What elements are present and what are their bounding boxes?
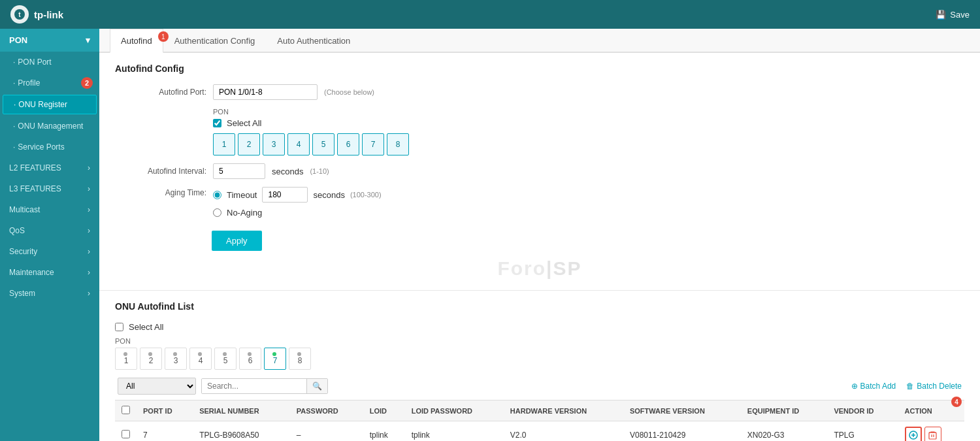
sidebar-item-service-ports[interactable]: · Service Ports bbox=[0, 137, 99, 157]
table-toolbar: All 🔍 ⊕ Batch Add 🗑 Batch Delete bbox=[115, 378, 964, 395]
logo: t tp-link bbox=[10, 5, 63, 24]
no-aging-radio[interactable] bbox=[213, 208, 221, 217]
onu-list-pon-btn-2[interactable]: 2 bbox=[140, 348, 162, 370]
pon-btn-1[interactable]: 1 bbox=[213, 133, 235, 155]
sidebar-item-system[interactable]: System › bbox=[0, 283, 99, 304]
pon-dot-2 bbox=[148, 352, 152, 356]
filter-select[interactable]: All bbox=[118, 378, 196, 395]
pon-dot-4 bbox=[198, 352, 202, 356]
no-aging-label: No-Aging bbox=[227, 208, 262, 218]
tab-autofind[interactable]: Autofind 1 bbox=[110, 29, 163, 53]
timeout-label: Timeout bbox=[227, 190, 257, 200]
table-header-checkbox[interactable] bbox=[122, 406, 130, 414]
onu-list-pon-btn-8[interactable]: 8 bbox=[289, 348, 311, 370]
onu-list-select-all-label: Select All bbox=[129, 322, 163, 332]
chevron-down-icon: ▾ bbox=[86, 35, 90, 45]
col-loid: LOID bbox=[363, 400, 405, 421]
chevron-right-icon: › bbox=[88, 247, 90, 256]
apply-button[interactable]: Apply bbox=[212, 231, 262, 251]
col-hardware-version: HARDWARE VERSION bbox=[504, 400, 623, 421]
interval-unit: seconds bbox=[272, 167, 303, 176]
no-aging-row: No-Aging bbox=[213, 208, 382, 218]
batch-add-button[interactable]: ⊕ Batch Add bbox=[851, 382, 896, 391]
table-header-row: PORT ID SERIAL NUMBER PASSWORD LOID LOID… bbox=[115, 400, 964, 421]
cell-hardware-version: V2.0 bbox=[504, 421, 623, 442]
batch-delete-button[interactable]: 🗑 Batch Delete bbox=[906, 382, 962, 391]
header: t tp-link 💾 Save bbox=[0, 0, 980, 29]
pon-btn-4[interactable]: 4 bbox=[287, 133, 310, 155]
save-button[interactable]: 💾 Save bbox=[936, 10, 970, 20]
cell-equipment-id: XN020-G3 bbox=[741, 421, 828, 442]
pon-btn-6[interactable]: 6 bbox=[337, 133, 359, 155]
timeout-radio[interactable] bbox=[213, 191, 221, 199]
onu-list-pon-btn-5[interactable]: 5 bbox=[214, 348, 237, 370]
sidebar-item-l2-features[interactable]: L2 FEATURES › bbox=[0, 157, 99, 178]
sidebar-item-multicast[interactable]: Multicast › bbox=[0, 199, 99, 220]
onu-list-pon-btn-1[interactable]: 1 bbox=[115, 348, 137, 370]
sidebar-item-profile[interactable]: · Profile 2 bbox=[0, 73, 99, 93]
onu-list-pon-btn-4[interactable]: 4 bbox=[189, 348, 212, 370]
sidebar: PON ▾ · PON Port · Profile 2 · ONU Regis… bbox=[0, 29, 99, 441]
cell-action bbox=[898, 421, 964, 442]
table-row: 7 TPLG-B9608A50 – tplink tplink V2.0 V08… bbox=[115, 421, 964, 442]
pon-btn-8[interactable]: 8 bbox=[387, 133, 409, 155]
sidebar-pon-header[interactable]: PON ▾ bbox=[0, 29, 99, 52]
col-serial-number: SERIAL NUMBER bbox=[193, 400, 290, 421]
sidebar-item-maintenance[interactable]: Maintenance › bbox=[0, 262, 99, 283]
pon-btn-3[interactable]: 3 bbox=[263, 133, 285, 155]
row-delete-button[interactable] bbox=[924, 427, 941, 441]
select-all-checkbox[interactable] bbox=[213, 119, 221, 127]
pon-dot-3 bbox=[173, 352, 177, 356]
chevron-right-icon: › bbox=[88, 163, 90, 172]
tab-auth-config[interactable]: Authentication Config bbox=[163, 29, 267, 53]
pon-btn-5[interactable]: 5 bbox=[312, 133, 335, 155]
row-checkbox[interactable] bbox=[122, 430, 130, 438]
onu-list-pon-btn-3[interactable]: 3 bbox=[165, 348, 187, 370]
cell-software-version: V08011-210429 bbox=[623, 421, 741, 442]
cell-serial-number: TPLG-B9608A50 bbox=[193, 421, 290, 442]
col-loid-password: LOID PASSWORD bbox=[405, 400, 504, 421]
pon-btn-7[interactable]: 7 bbox=[362, 133, 384, 155]
autofind-port-label: Autofind Port: bbox=[115, 88, 206, 97]
cell-loid-password: tplink bbox=[405, 421, 504, 442]
tab-auto-auth[interactable]: Auto Authentication bbox=[266, 29, 361, 53]
sidebar-item-qos[interactable]: QoS › bbox=[0, 220, 99, 241]
sidebar-item-pon-port[interactable]: · PON Port bbox=[0, 52, 99, 73]
select-all-label: Select All bbox=[227, 118, 261, 128]
onu-list-pon-btn-6[interactable]: 6 bbox=[239, 348, 261, 370]
logo-icon: t bbox=[10, 5, 29, 24]
interval-row: Autofind Interval: seconds (1-10) bbox=[115, 163, 964, 179]
sidebar-item-onu-management[interactable]: · ONU Management bbox=[0, 116, 99, 137]
onu-data-table: PORT ID SERIAL NUMBER PASSWORD LOID LOID… bbox=[115, 400, 964, 441]
onu-list-pon-buttons: 1 2 3 4 5 6 bbox=[115, 348, 964, 370]
chevron-right-icon: › bbox=[88, 289, 90, 298]
col-password: PASSWORD bbox=[290, 400, 363, 421]
tab-autofind-badge: 1 bbox=[158, 31, 169, 42]
sidebar-item-security[interactable]: Security › bbox=[0, 241, 99, 262]
timeout-row: Timeout seconds (100-300) bbox=[213, 187, 382, 203]
timeout-input[interactable] bbox=[262, 187, 308, 203]
toolbar-left: All 🔍 bbox=[118, 378, 328, 395]
batch-delete-icon: 🗑 bbox=[906, 382, 914, 391]
pon-dot-5 bbox=[223, 352, 227, 356]
svg-rect-3 bbox=[929, 433, 936, 439]
port-hint: (Choose below) bbox=[324, 88, 374, 96]
onu-list-pon-btn-7[interactable]: 7 bbox=[264, 348, 286, 370]
onu-list-select-all-checkbox[interactable] bbox=[115, 323, 123, 331]
sidebar-item-l3-features[interactable]: L3 FEATURES › bbox=[0, 178, 99, 199]
interval-hint: (1-10) bbox=[310, 167, 329, 175]
pon-btn-2[interactable]: 2 bbox=[238, 133, 260, 155]
row-add-button[interactable] bbox=[905, 427, 922, 441]
interval-input[interactable] bbox=[213, 163, 265, 179]
autofind-port-input[interactable] bbox=[213, 84, 318, 100]
chevron-right-icon: › bbox=[88, 268, 90, 277]
pon-dot-6 bbox=[248, 352, 252, 356]
col-equipment-id: EQUIPMENT ID bbox=[741, 400, 828, 421]
onu-autofind-list-section: ONU Autofind List Select All PON 1 2 3 bbox=[99, 291, 980, 441]
sidebar-item-onu-register[interactable]: · ONU Register bbox=[3, 95, 97, 114]
timeout-hint: (100-300) bbox=[350, 191, 382, 199]
search-button[interactable]: 🔍 bbox=[306, 379, 327, 393]
pon-dot-8 bbox=[297, 352, 301, 356]
search-input[interactable] bbox=[202, 379, 306, 393]
interval-label: Autofind Interval: bbox=[115, 167, 206, 176]
